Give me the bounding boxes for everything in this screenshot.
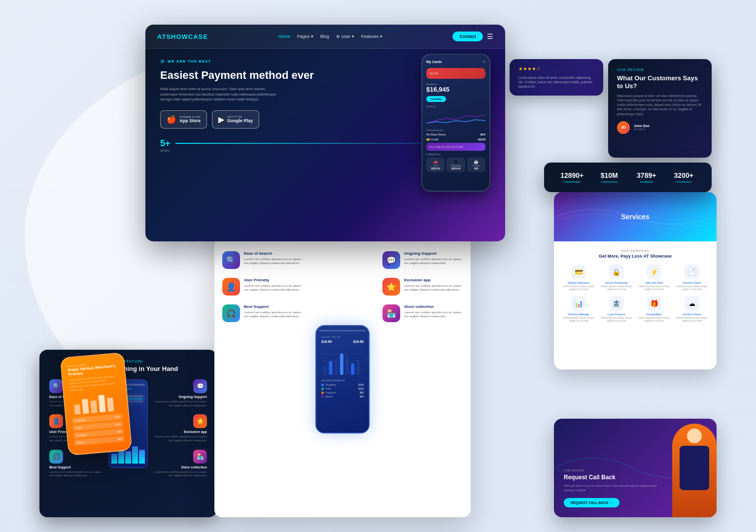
fc-exclusive-app: ⭐ Exclusive app Laorest non cubilitur gr…: [382, 278, 463, 296]
fc-spend-food: Food: [321, 387, 331, 390]
food-spend-amount: $126: [358, 387, 364, 390]
stat-downloaded-number: 12890+: [556, 171, 588, 179]
stat-feedback-number: 3789+: [630, 171, 663, 179]
gear-icon: ⚙: [160, 59, 165, 64]
svg-rect-2: [90, 400, 97, 413]
svg-rect-8: [340, 354, 344, 375]
fc-exclusive-text: Exclusive app Laorest non cubilitur grav…: [404, 278, 463, 292]
fc-ease-name: Ease of Search: [244, 251, 303, 256]
fc-spend-row-4: Others $54: [321, 395, 364, 398]
fc-user-friendly: 👤 User Friendly Laorest non cubilitur gr…: [222, 278, 303, 296]
fc-ongoing-name: Ongoing Support: [404, 251, 463, 256]
fc-store-collection: 🏪 Store collection Laorest non cubilitur…: [382, 304, 463, 322]
fc-balance-right: $19.60: [353, 340, 364, 343]
fc-best-support: 🎧 Best Support Laorest non cubilitur gra…: [222, 304, 303, 322]
transport-spend-amount: $86: [360, 391, 364, 394]
fc-ongoing-desc: Laorest non cubilitur gravida arcu ac sa…: [404, 257, 463, 266]
service-finance-manage: 📊 Finance Manage Global Payment amque se…: [562, 296, 596, 323]
best-support-name: Best Support: [49, 466, 103, 469]
orange-phone-desc: Credit sapient id diam vel diam elementu…: [69, 374, 120, 393]
features-main-body: 🔍 Ease of Search Laorest non cubilitur g…: [214, 241, 471, 517]
phone-menu-icon: ≡: [483, 60, 485, 64]
reviewer-info: John Doe Designer: [634, 124, 650, 131]
nav-home[interactable]: Home: [278, 34, 290, 39]
transport-dot: [321, 392, 324, 394]
balance-amount: $16,945: [426, 86, 449, 93]
secure-payments-name: Secure Payments: [600, 281, 634, 284]
fc-ease-desc: Laorest non cubilitur gravida arcu ac sa…: [244, 257, 303, 266]
shopping-icon: 🛍: [448, 160, 463, 164]
fc-support-text: Best Support Laorest non cubilitur gravi…: [244, 304, 303, 319]
appstore-button[interactable]: 🍎 Available on the App Store: [160, 110, 207, 129]
fc-exclusive-name: Exclusive app: [404, 278, 463, 282]
promo-label-4: Others: [76, 440, 84, 444]
fc-support-icon: 🎧: [222, 304, 240, 322]
transfer-button[interactable]: Transfer: [426, 96, 446, 102]
category-coffee: ☕ Coffee $24: [467, 158, 485, 172]
review-description: Maecenas quisque id diam vel diam elemen…: [617, 94, 703, 116]
chart-bar-4: [132, 446, 138, 464]
nav-blog[interactable]: Blog: [320, 34, 329, 39]
shopping-dot: [321, 384, 324, 386]
fc-ongoing-text: Ongoing Support Laorest non cubilitur gr…: [404, 251, 463, 266]
stats-grid: 12890+ Downloaded $10M Transactions 3789…: [556, 171, 700, 183]
others-spend-amount: $54: [360, 395, 364, 398]
giving-back-icon: 🎁: [647, 296, 661, 311]
callback-card: OUR SERVICE Request Call Back We'll get …: [554, 419, 717, 517]
fc-ease-icon: 🔍: [222, 251, 240, 269]
nav-pages[interactable]: Pages ▾: [297, 34, 313, 39]
fc-store-name: Store collection: [404, 304, 463, 309]
global-payments-desc: Global Payment amque semper sagittis orc…: [562, 285, 596, 291]
credit-card-chip: $3245: [426, 68, 485, 79]
loan-finance-name: Loan Finance: [600, 313, 634, 316]
logo-at: AT: [157, 33, 166, 40]
invoice-cloud-name: Invoice Cloud: [675, 281, 709, 284]
svg-rect-1: [82, 399, 89, 414]
googleplay-button[interactable]: ▶ GET IT ON Google Play: [212, 110, 259, 129]
stat-transactions: $10M Transactions: [593, 171, 626, 183]
fast-get-paid-name: Fast Get Paid: [637, 281, 671, 284]
credit-name: 💳 Credit: [426, 137, 439, 141]
shopping-spend-label: Shopping: [325, 383, 336, 386]
fc-user-desc: Laorest non cubilitur gravida arcu ac sa…: [244, 284, 303, 292]
hero-card: ATSHOWCASE Home Pages ▾ Blog ⊕ User ▾ Fe…: [145, 25, 505, 241]
store-collection-desc: Laorest non cubilitur gravida arcu ac sa…: [153, 470, 207, 478]
nav-logo: ATSHOWCASE: [157, 33, 208, 40]
nav-contact-button[interactable]: Contact: [452, 32, 483, 41]
googleplay-text: GET IT ON Google Play: [227, 115, 253, 123]
store-collection-name: Store collection: [181, 466, 207, 469]
invoice-cloud-2-name: Invoice Cloud: [675, 313, 709, 316]
svg-rect-6: [329, 361, 332, 375]
ongoing-support-icon: 💬: [193, 379, 207, 393]
fc-exclusive-desc: Laorest non cubilitur gravida arcu ac sa…: [404, 284, 463, 292]
shop-name: 🛍 Shop Name: [426, 133, 446, 136]
invoice-cloud-desc: Global Payment amque semper sagittis orc…: [675, 285, 709, 291]
categories-row: 🚗 Taxi $224.34 🛍 Shopping $224.34 ☕ Coff…: [426, 158, 485, 172]
invoice-cloud-2-desc: Global Payment amque semper sagittis orc…: [675, 317, 709, 323]
transport-spend-label: Transport: [325, 391, 336, 394]
fc-spend-transport: Transport: [321, 391, 336, 394]
secure-payments-desc: Global Payment amque semper sagittis orc…: [600, 285, 634, 291]
fc-store-desc: Laorest non cubilitur gravida arcu ac sa…: [404, 310, 463, 319]
transactions-label: Transactions: [426, 129, 485, 132]
category-shopping: 🛍 Shopping $224.34: [447, 158, 465, 172]
giving-back-name: Giving Back: [637, 313, 671, 316]
fc-phone-notch: [319, 330, 366, 332]
history-chart: [426, 111, 485, 126]
store-collection-icon: 🏪: [193, 450, 207, 464]
fc-user-text: User Friendly Laorest non cubilitur grav…: [244, 278, 303, 292]
fc-phone-content: April 08 - May 08 $19.60 $19.60: [319, 333, 366, 401]
service-invoice-cloud: 📄 Invoice Cloud Global Payment amque sem…: [675, 265, 709, 291]
nav-menu-icon[interactable]: ☰: [487, 33, 493, 40]
svg-rect-3: [98, 395, 105, 412]
services-subtitle: Get More, Payy Less AT Showcase: [562, 254, 709, 259]
nav-features[interactable]: Features ▾: [361, 34, 382, 39]
services-body: OUR SERVICES Get More, Payy Less AT Show…: [554, 241, 717, 335]
nav-user[interactable]: ⊕ User ▾: [336, 34, 354, 39]
review-tag: OUR REVIEW: [617, 68, 703, 71]
nav-links: Home Pages ▾ Blog ⊕ User ▾ Features ▾: [278, 34, 382, 39]
exclusive-app-name: Exclusive app: [184, 430, 207, 433]
loan-finance-desc: Global Payment amque semper sagittis orc…: [600, 317, 634, 323]
service-fast-get-paid: ⚡ Fast Get Paid Global Payment amque sem…: [637, 265, 671, 291]
balance-info: Balance $16,945: [426, 83, 449, 93]
